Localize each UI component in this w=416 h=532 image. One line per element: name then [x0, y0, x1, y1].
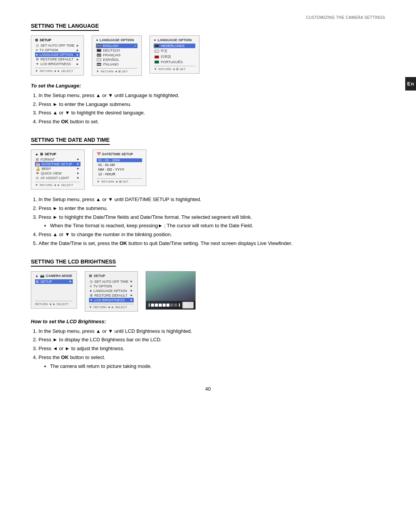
camera-mode-box: ▲ 📷 CAMERA MODE ⊞ SETUP ► RETURN ◄ ► SEL… — [31, 271, 77, 309]
lcd-preview-box: ▐ ▌ OK SET — [146, 271, 196, 310]
bell-icon: 🔔 — [36, 167, 40, 171]
date-setup-bottom: ▼ RETURN ◄ ⊠ SET — [97, 178, 142, 183]
language-instructions: To set the Language: In the Setup menu, … — [31, 82, 385, 126]
datetime-section: SETTING THE DATE AND TIME ▲ ⊞ SETUP ⊞ FO… — [31, 137, 385, 248]
dt-bullet-list: When the Time format is reached, keep pr… — [39, 222, 385, 230]
deutsch-flag — [97, 49, 101, 52]
lang-box2-bottom: ▼ RETURN ◄ ⊠ SET — [154, 66, 195, 71]
setup-box-title: ⊞ SETUP — [35, 38, 80, 42]
language-tab: En — [405, 77, 416, 91]
brightness-bar-end: ▌ — [179, 304, 181, 306]
brightness-icon: ✦ — [36, 62, 39, 66]
dt-setup-bottom: ▼ RETURN ◄ ► SELECT — [35, 182, 81, 187]
nederlands-flag — [154, 44, 159, 47]
dt-step-3: Press ► to highlight the Date/Time field… — [39, 213, 385, 230]
tv-icon: ≡ — [36, 48, 38, 52]
arrow-icon: ► — [76, 62, 79, 66]
lang-step-3: Press ▲ or ▼ to highlight the desired la… — [39, 109, 385, 117]
seg-3 — [159, 304, 162, 307]
lang-portuguese: PORTUGUÊS — [154, 60, 195, 64]
lcd-instructions-title: How to set the LCD Brightness: — [31, 318, 385, 326]
seg-4 — [163, 304, 166, 307]
portuguese-flag — [154, 60, 159, 64]
lcd-menu-restore: ⚙ RESTORE DEFAULT ► — [89, 293, 134, 298]
camera-mode-spacer — [35, 284, 73, 299]
seg-2 — [155, 304, 158, 307]
setup-icon2: ⊞ — [40, 152, 43, 156]
time-value-line: 01 : 01 AM — [97, 163, 142, 167]
lcd-step-1: In the Setup menu, press ▲ or ▼ until LC… — [39, 327, 385, 336]
language-steps: In the Setup menu, press ▲ or ▼ until La… — [31, 92, 385, 126]
lang-step-2: Press ► to enter the Language submenu. — [39, 101, 385, 109]
japanese-flag — [154, 55, 159, 59]
lang-icon2: ● — [90, 289, 92, 293]
lang-step-4: Press the OK button to set. — [39, 118, 385, 126]
english-flag — [97, 44, 101, 47]
datetime-boxes-row: ▲ ⊞ SETUP ⊞ FORMAT ► 📅 DATE/TIME SETUP ►… — [31, 149, 385, 190]
lcd-step-3: Press ◄ or ► to adjust the brightness. — [39, 345, 385, 353]
brightness-icon2: ✦ — [90, 298, 93, 302]
arrow-icon: ► — [130, 294, 133, 297]
lcd-instructions: How to set the LCD Brightness: In the Se… — [31, 318, 385, 371]
lang-chinese: 中文 — [154, 48, 195, 54]
seg-5 — [166, 304, 169, 307]
chinese-flag — [154, 50, 159, 53]
arrow-icon: ► — [76, 44, 79, 47]
lcd-boxes-row: ▲ 📷 CAMERA MODE ⊞ SETUP ► RETURN ◄ ► SEL… — [31, 271, 385, 312]
grid-icon: ⊞ — [36, 158, 39, 161]
lcd-overlay: ▐ ▌ OK SET — [146, 301, 195, 309]
seg-7 — [174, 304, 177, 307]
dt-step-5: After the Date/Time is set, press the OK… — [39, 240, 385, 248]
lang-italiano: ITALIANO — [96, 62, 138, 67]
dt-step-1: In the Setup menu, press ▲ or ▼ until DA… — [39, 196, 385, 204]
brightness-bar-label: ▐ — [148, 304, 149, 306]
restore-icon: ⚙ — [36, 57, 39, 61]
up-arrow-icon: ▲ — [35, 152, 39, 156]
language-instructions-title: To set the Language: — [31, 82, 385, 90]
datetime-setup-box: ▲ ⊞ SETUP ⊞ FORMAT ► 📅 DATE/TIME SETUP ►… — [31, 149, 85, 190]
dt-menu-beep: 🔔 BEEP ► — [35, 166, 81, 171]
arrow-icon: ► — [77, 176, 80, 180]
datetime-instructions: In the Setup menu, press ▲ or ▼ until DA… — [31, 196, 385, 248]
menu-language-option: ● LANGUAGE OPTION ► — [35, 52, 80, 57]
camera-icon: 📷 — [40, 274, 44, 278]
lang-english: ENGLISH ✓ — [96, 44, 138, 48]
clock-icon2: ◷ — [90, 280, 93, 284]
arrow-icon: ► — [77, 158, 80, 161]
camera-setup-item: ⊞ SETUP ► — [35, 279, 73, 284]
language-section-title: SETTING THE LANGUAGE — [31, 23, 99, 31]
setup-icon4: ⊞ — [89, 274, 92, 278]
seg-1 — [151, 304, 154, 307]
lang-deutsch: DEUTSCH — [96, 48, 138, 53]
lcd-menu-tv: ≡ TV OPTION ► — [89, 284, 134, 289]
clock-icon: ◷ — [36, 44, 39, 47]
eye-icon: 👁 — [36, 171, 39, 175]
lcd-section-title: SETTING THE LCD BRIGHTNESS — [31, 258, 116, 267]
cal-icon2: 📅 — [97, 152, 101, 156]
language-option-box2: ● LANGUAGE OPTION NEDERLANDS 中文 日本語 — [149, 35, 200, 74]
camera-mode-title: ▲ 📷 CAMERA MODE — [35, 274, 73, 278]
af-icon: ⊙ — [36, 176, 39, 180]
language-setup-box: ⊞ SETUP ◷ SET AUTO OFF TIME ► ≡ TV OPTIO… — [31, 35, 84, 76]
lang-japanese: 日本語 — [154, 54, 195, 60]
date-time-setup-title: 📅 DATE/TIME SETUP — [97, 152, 142, 156]
date-time-setup-box: 📅 DATE/TIME SETUP 01 - 01 - 2004 01 : 01… — [92, 149, 146, 186]
lang-francais: FRANÇAIS — [96, 53, 138, 57]
brightness-bar — [151, 304, 177, 307]
arrow-icon: ► — [130, 298, 133, 302]
restore-icon2: ⚙ — [90, 294, 93, 297]
lcd-menu-brightness: ✦ LCD BRIGHTNESS ► — [89, 298, 134, 302]
arrow-icon: ► — [76, 49, 79, 52]
lcd-steps: In the Setup menu, press ▲ or ▼ until LC… — [31, 327, 385, 371]
lcd-menu-setauto: ◷ SET AUTO OFF TIME ► — [89, 279, 134, 284]
date-value-line: 01 - 01 - 2004 — [97, 158, 142, 162]
seg-6 — [170, 304, 173, 307]
down-arrow-icon: ▼ — [97, 180, 100, 183]
menu-tv-option: ≡ TV OPTION ► — [35, 48, 80, 52]
datetime-steps: In the Setup menu, press ▲ or ▼ until DA… — [31, 196, 385, 248]
arrow-icon: ► — [77, 162, 80, 166]
language-option-box1: ● LANGUAGE OPTION ENGLISH ✓ DEUTSCH FRAN… — [92, 35, 142, 76]
lang-dot-icon: ● — [96, 38, 98, 42]
page-number: 40 — [31, 386, 385, 392]
arrow-icon: ► — [76, 53, 79, 57]
